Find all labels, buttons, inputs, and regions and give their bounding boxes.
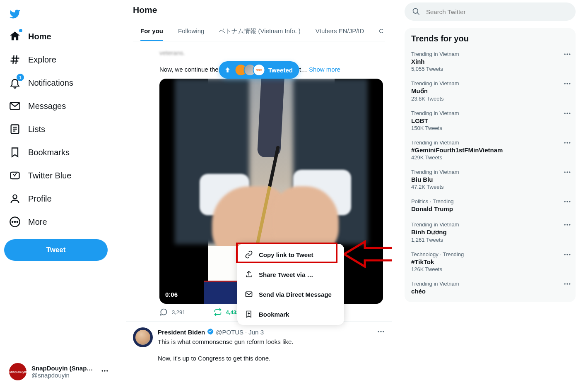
trend-more-3[interactable] (563, 139, 571, 149)
trend-more-2[interactable] (563, 109, 571, 119)
trend-more-8[interactable] (563, 280, 571, 290)
twitter-blue-icon (9, 170, 21, 181)
new-tweets-pill[interactable]: NBC Tweeted (219, 61, 299, 79)
show-more-link[interactable]: Show more (309, 66, 340, 73)
account-handle: @snapdouyin (31, 372, 96, 379)
twitter-logo[interactable] (4, 3, 26, 25)
notifications-badge: 1 (17, 74, 24, 81)
pill-avatars: NBC (234, 64, 265, 76)
nav-profile[interactable]: Profile (4, 189, 122, 209)
nav-home[interactable]: Home (4, 26, 122, 46)
svg-point-37 (569, 224, 570, 225)
menu-send-dm[interactable]: Send via Direct Message (237, 284, 344, 304)
nav-lists[interactable]: Lists (4, 119, 122, 139)
tweet-button[interactable]: Tweet (4, 239, 108, 261)
svg-point-18 (566, 53, 568, 55)
bookmark-icon (9, 147, 21, 158)
tweet2-date[interactable]: Jun 3 (248, 329, 264, 336)
trend-more-5[interactable] (563, 197, 571, 207)
menu-bookmark[interactable]: Bookmark (237, 304, 344, 324)
svg-point-5 (12, 221, 13, 222)
search-box[interactable] (405, 2, 576, 21)
home-header: Home For you Following ベトナム情報 (Vietnam I… (126, 0, 392, 45)
svg-point-3 (13, 195, 17, 199)
account-name: SnapDouyin (Snap… (31, 365, 96, 372)
profile-icon (9, 193, 21, 204)
list-icon (9, 123, 21, 135)
reply-icon (159, 308, 168, 316)
tweet2-handle[interactable]: @POTUS (216, 329, 243, 336)
share-icon (245, 270, 253, 279)
tweet-card-2[interactable]: President Biden @POTUS · Jun 3 This is w… (126, 322, 392, 364)
trend-item-0[interactable]: Trending in Vietnam Xinh 5,055 Tweets (405, 47, 576, 76)
nav-profile-label: Profile (28, 194, 52, 204)
bookmark-add-icon (245, 310, 253, 318)
svg-point-42 (566, 283, 568, 284)
svg-point-41 (564, 283, 566, 284)
tab-vtubers[interactable]: Vtubers EN/JP/ID (308, 22, 372, 41)
menu-send-dm-label: Send via Direct Message (259, 291, 332, 298)
menu-copy-link-label: Copy link to Tweet (259, 251, 313, 258)
arrow-up-icon (224, 66, 231, 74)
bird-icon (9, 8, 21, 20)
verified-badge-icon (207, 328, 214, 337)
nav-twitter-blue-label: Twitter Blue (28, 171, 71, 180)
nav-more[interactable]: More (4, 212, 122, 232)
nav-explore[interactable]: Explore (4, 50, 122, 70)
trend-more-7[interactable] (563, 250, 571, 260)
timeline-feed: NBC Tweeted veterans. Now, we continue t… (126, 45, 392, 384)
trend-item-3[interactable]: Trending in Vietnam #GeminiFourth1stFMin… (405, 135, 576, 165)
nav-messages[interactable]: Messages (4, 96, 122, 116)
nav-lists-label: Lists (28, 125, 45, 134)
tweet2-author-name[interactable]: President Biden (158, 329, 205, 336)
menu-copy-link[interactable]: Copy link to Tweet (237, 245, 344, 264)
tab-following[interactable]: Following (171, 22, 212, 41)
svg-point-43 (569, 283, 570, 284)
tab-truncated[interactable]: C (371, 22, 385, 41)
svg-point-8 (102, 370, 103, 371)
menu-share-via[interactable]: Share Tweet via … (237, 264, 344, 284)
svg-point-21 (566, 83, 568, 84)
trend-item-1[interactable]: Trending in Vietnam Muốn 23.8K Tweets (405, 76, 576, 106)
svg-point-39 (566, 254, 568, 255)
reply-count: 3,291 (172, 309, 186, 315)
trend-item-2[interactable]: Trending in Vietnam LGBT 150K Tweets (405, 106, 576, 135)
tab-vietnam-info[interactable]: ベトナム情報 (Vietnam Info. ) (212, 22, 308, 41)
nav-notifications[interactable]: 1 Notifications (4, 73, 122, 93)
trend-item-6[interactable]: Trending in Vietnam Bình Dương 1,261 Twe… (405, 217, 576, 247)
svg-point-36 (566, 224, 568, 225)
trend-item-5[interactable]: Politics · Trending Donald Trump (405, 194, 576, 217)
svg-point-35 (564, 224, 566, 225)
svg-point-25 (569, 113, 570, 114)
nav-bookmarks[interactable]: Bookmarks (4, 142, 122, 162)
nav-twitter-blue[interactable]: Twitter Blue (4, 166, 122, 185)
retweet-button[interactable]: 4,433 (214, 308, 240, 316)
tweet2-more-button[interactable] (377, 327, 385, 337)
menu-share-via-label: Share Tweet via … (259, 271, 313, 278)
svg-point-17 (564, 53, 566, 55)
search-input[interactable] (426, 8, 568, 15)
trend-more-4[interactable] (563, 168, 571, 178)
trend-item-4[interactable]: Trending in Vietnam Biu Biu 47.2K Tweets (405, 165, 576, 194)
svg-point-9 (104, 370, 105, 371)
svg-point-10 (106, 370, 108, 371)
nav-home-label: Home (28, 32, 51, 41)
trend-more-6[interactable] (563, 221, 571, 231)
retweet-icon (214, 308, 222, 316)
trend-more-0[interactable] (563, 50, 571, 60)
svg-point-32 (564, 201, 566, 202)
tweet2-avatar[interactable] (133, 327, 153, 347)
tab-for-you[interactable]: For you (133, 22, 171, 41)
page-title: Home (133, 5, 385, 15)
pill-avatar-3: NBC (253, 64, 265, 76)
trends-heading: Trends for you (405, 32, 576, 47)
trend-item-8[interactable]: Trending in Vietnam chéo (405, 276, 576, 300)
link-icon (245, 250, 253, 259)
svg-point-30 (566, 171, 568, 173)
svg-point-23 (564, 113, 566, 114)
video-timestamp: 0:06 (165, 291, 178, 298)
account-switcher[interactable]: SnapDouyin SnapDouyin (Snap… @snapdouyin (4, 360, 122, 384)
reply-button[interactable]: 3,291 (159, 308, 186, 316)
trend-more-1[interactable] (563, 79, 571, 89)
trend-item-7[interactable]: Technology · Trending #TikTok 126K Tweet… (405, 247, 576, 276)
